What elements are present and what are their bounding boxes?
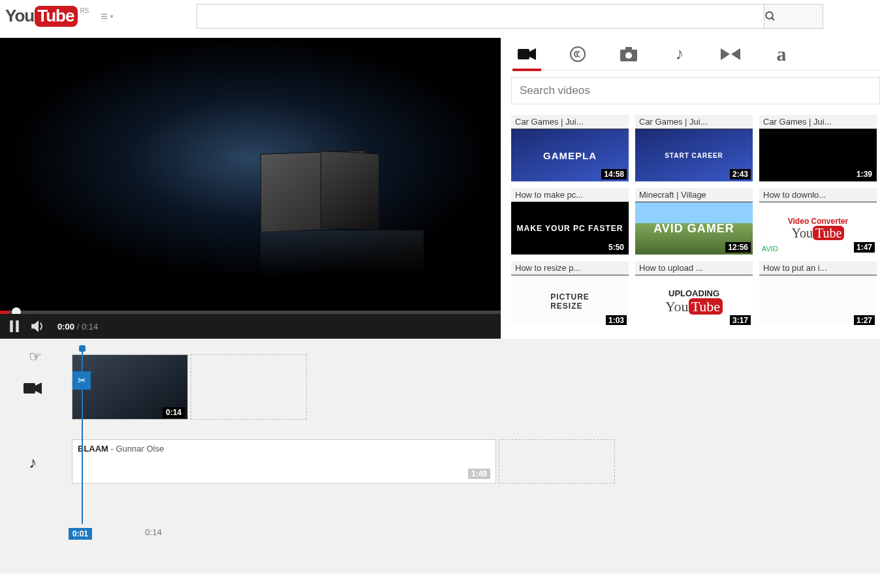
video-thumbnail[interactable]: Video Converter YouTube AVID How to down…	[759, 188, 877, 255]
video-search-input[interactable]	[511, 77, 880, 104]
duration: / 0:14	[74, 322, 98, 332]
text-icon: a	[777, 43, 787, 65]
thumbnail-title: Car Games | Jui...	[635, 115, 753, 129]
thumbnail-duration: 14:58	[601, 169, 627, 179]
search-button[interactable]	[764, 4, 823, 29]
tab-text[interactable]: a	[770, 38, 793, 70]
logo-tube: Tube	[35, 6, 78, 27]
cut-button[interactable]: ✂	[72, 371, 91, 390]
menu-icon: ≡	[101, 12, 108, 20]
video-thumbnail[interactable]: START CAREER Car Games | Jui... 2:43	[635, 115, 753, 181]
thumbnail-duration: 1:47	[854, 242, 875, 253]
header-search	[196, 4, 823, 29]
audio-track: ♪ BLAAM - Gunnar Olse 1:49	[0, 439, 880, 486]
music-note-icon: ♪	[676, 44, 684, 64]
video-thumbnail[interactable]: How to put an i... 1:27	[759, 261, 877, 325]
logo-region: RS	[80, 7, 89, 14]
thumbnail-duration: 1:39	[854, 169, 875, 179]
thumbnail-title: Car Games | Jui...	[759, 115, 877, 129]
chevron-down-icon: ▾	[110, 13, 114, 20]
thumbnail-duration: 12:56	[725, 242, 751, 253]
camcorder-icon	[24, 382, 42, 395]
right-panel: ♪ a GAMEPLA Car Games | Jui... 14:58 STA…	[501, 38, 880, 339]
current-time: 0:00	[57, 322, 74, 332]
thumbnail-title: How to make pc...	[511, 188, 629, 202]
playhead-knob[interactable]	[79, 345, 86, 352]
cc-icon	[569, 46, 586, 63]
timeline-editor: 0:14 ♪ BLAAM - Gunnar Olse 1:49 ✂ 0:01	[0, 339, 880, 574]
video-drop-zone[interactable]	[191, 354, 307, 420]
thumbnail-title: How to put an i...	[759, 261, 877, 275]
video-thumbnail[interactable]: AVID GAMER Minecraft | Village 12:56	[635, 188, 753, 255]
svg-marker-11	[721, 48, 730, 60]
player-time: 0:00 / 0:14	[57, 322, 98, 332]
video-content	[260, 230, 424, 276]
thumbnail-duration: 3:17	[730, 315, 751, 325]
thumbnail-duration: 5:50	[606, 242, 627, 253]
thumbnail-title: How to resize p...	[511, 261, 629, 275]
thumbnail-title: How to downlo...	[759, 188, 877, 202]
svg-marker-14	[35, 382, 42, 394]
timeline-audio-clip[interactable]: BLAAM - Gunnar Olse 1:49	[72, 439, 496, 484]
svg-rect-9	[625, 47, 632, 51]
video-grid: GAMEPLA Car Games | Jui... 14:58 START C…	[511, 115, 880, 325]
volume-button[interactable]	[31, 320, 46, 332]
volume-icon	[31, 320, 46, 332]
scissors-icon: ✂	[78, 375, 86, 386]
svg-point-10	[625, 52, 632, 59]
video-thumbnail[interactable]: GAMEPLA Car Games | Jui... 14:58	[511, 115, 629, 181]
svg-marker-6	[529, 48, 536, 60]
camcorder-icon	[518, 48, 536, 61]
video-content	[321, 151, 379, 231]
thumbnail-title: Car Games | Jui...	[511, 115, 629, 129]
thumbnail-title: Minecraft | Village	[635, 188, 753, 202]
thumbnail-duration: 1:27	[854, 315, 875, 325]
svg-rect-13	[24, 383, 35, 394]
pause-button[interactable]	[9, 320, 20, 332]
svg-marker-12	[731, 48, 740, 60]
clip-duration: 0:14	[163, 407, 185, 418]
tool-tabs: ♪ a	[511, 38, 880, 70]
tab-transition[interactable]	[719, 38, 742, 70]
svg-rect-2	[10, 320, 13, 332]
search-input[interactable]	[196, 4, 764, 29]
video-thumbnail[interactable]: MAKE YOUR PC FASTER How to make pc... 5:…	[511, 188, 629, 255]
video-track-icon	[0, 382, 65, 395]
audio-clip-duration: 1:49	[468, 469, 490, 479]
ruler-tick: 0:14	[98, 527, 209, 537]
audio-track-icon: ♪	[0, 454, 65, 472]
svg-line-1	[772, 18, 774, 20]
audio-drop-zone[interactable]	[499, 439, 615, 484]
youtube-logo[interactable]: You Tube RS	[5, 6, 89, 27]
audio-track-lane[interactable]: BLAAM - Gunnar Olse 1:49	[65, 439, 653, 486]
tab-photo[interactable]	[617, 38, 640, 70]
video-thumbnail[interactable]: Car Games | Jui... 1:39	[759, 115, 877, 181]
guide-toggle[interactable]: ≡ ▾	[101, 12, 114, 20]
svg-rect-3	[16, 320, 19, 332]
svg-rect-5	[518, 49, 529, 59]
video-search	[511, 70, 880, 111]
timeline-ruler: 0:14	[72, 527, 209, 537]
thumbnail-duration: 2:43	[730, 169, 751, 179]
video-thumbnail[interactable]: PICTURERESIZE How to resize p... 1:03	[511, 261, 629, 325]
pause-icon	[9, 320, 20, 332]
svg-point-0	[766, 12, 773, 19]
svg-marker-4	[31, 320, 39, 332]
video-player[interactable]: 0:00 / 0:14	[0, 38, 501, 339]
video-track: 0:14	[0, 354, 880, 422]
video-track-lane[interactable]: 0:14	[65, 354, 653, 422]
thumbnail-duration: 1:03	[606, 315, 627, 325]
audio-clip-title: BLAAM - Gunnar Olse	[78, 444, 164, 454]
search-icon	[764, 10, 776, 22]
tab-cc[interactable]	[566, 38, 589, 70]
header: You Tube RS ≡ ▾	[0, 0, 880, 38]
tab-video[interactable]	[515, 38, 539, 70]
video-thumbnail[interactable]: UPLOADING YouTube How to upload ... 3:17	[635, 261, 753, 325]
thumbnail-title: How to upload ...	[635, 261, 753, 275]
main-row: 0:00 / 0:14 ♪ a	[0, 38, 880, 339]
transition-icon	[721, 48, 740, 60]
playhead[interactable]: ✂ 0:01	[82, 348, 83, 524]
camera-icon	[620, 47, 637, 61]
tab-audio[interactable]: ♪	[668, 38, 691, 70]
logo-you: You	[5, 6, 34, 26]
